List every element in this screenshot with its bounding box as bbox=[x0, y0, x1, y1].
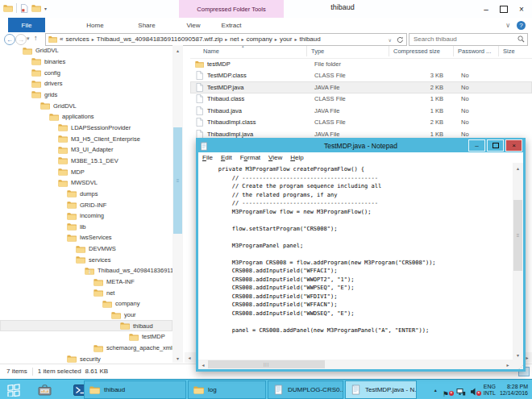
tab-view[interactable]: View bbox=[181, 18, 206, 32]
qat-dropdown-icon[interactable]: ▾ bbox=[44, 6, 47, 11]
notepad-close-button[interactable]: × bbox=[505, 139, 522, 152]
recent-locations-icon[interactable]: ▾ bbox=[27, 35, 30, 42]
tree-item-testmdp[interactable]: testMDP bbox=[0, 331, 172, 343]
show-hidden-icons-chevron[interactable]: ▴ bbox=[434, 387, 437, 393]
new-folder-icon[interactable] bbox=[31, 4, 41, 12]
table-row[interactable]: TestMDP.javaJAVA File2 KBNo bbox=[190, 81, 532, 94]
tree-item-thibaud-ws-4098418369116090587-wtf-zip[interactable]: Thibaud_ws_4098418369116090587.wtf.zip bbox=[0, 265, 172, 276]
tree-item-lwsservices[interactable]: lwsServices bbox=[0, 232, 172, 243]
volume-muted-icon[interactable]: × bbox=[470, 385, 480, 395]
tree-item-net[interactable]: net bbox=[0, 287, 172, 298]
scroll-down-icon[interactable]: ▾ bbox=[172, 353, 183, 363]
ribbon-collapse-icon[interactable]: ∨ bbox=[505, 22, 510, 29]
notepad-text-area[interactable]: private M3ProgramFlow createProgramFlow(… bbox=[198, 163, 513, 360]
taskbar-button-dumplog-crs0-[interactable]: DUMPLOG-CRS0... bbox=[268, 380, 343, 399]
tree-item-security[interactable]: security bbox=[0, 353, 172, 364]
properties-icon[interactable] bbox=[20, 4, 28, 13]
network-icon[interactable] bbox=[456, 385, 466, 395]
taskbar-button-testmdp-java-n-[interactable]: TestMDP.java - N... bbox=[345, 380, 417, 399]
tab-extract[interactable]: Extract bbox=[211, 18, 251, 32]
resize-grip[interactable]: ⋰ bbox=[513, 360, 523, 369]
notepad-maximize-button[interactable] bbox=[487, 139, 504, 152]
breadcrumb-segment[interactable]: Thibaud_ws_4098418369116090587.wtf.zip bbox=[97, 35, 222, 43]
tree-scrollbar[interactable]: ▴ ≡ ▾ bbox=[172, 45, 183, 363]
breadcrumb[interactable]: « services▸ Thibaud_ws_40984183691160905… bbox=[45, 33, 407, 46]
tree-scrollbar-thumb[interactable]: ≡ bbox=[173, 127, 182, 234]
menu-view[interactable]: View bbox=[264, 154, 286, 161]
tree-item-griddvl[interactable]: GridDVL bbox=[0, 45, 172, 56]
column-header-size[interactable]: Size bbox=[503, 48, 515, 55]
scroll-left-icon[interactable]: ◂ bbox=[185, 352, 194, 362]
breadcrumb-collapsed[interactable]: « bbox=[60, 35, 65, 43]
table-row[interactable]: testMDPFile folder bbox=[190, 58, 532, 70]
menu-format[interactable]: Format bbox=[236, 154, 264, 161]
tree-item-m3-ui-adapter[interactable]: M3_UI_Adapter bbox=[0, 144, 172, 156]
tree-item-griddvl[interactable]: GridDVL bbox=[0, 100, 172, 111]
tree-item-applications[interactable]: applications bbox=[0, 111, 172, 123]
breadcrumb-segment[interactable]: services bbox=[65, 35, 89, 43]
taskbar-button-thibaud[interactable]: thibaud bbox=[84, 380, 186, 399]
tree-item-grid-inf[interactable]: GRID-INF bbox=[0, 199, 172, 210]
scroll-down-icon[interactable]: ▾ bbox=[513, 350, 523, 360]
taskbar-button-log[interactable]: log bbox=[188, 380, 266, 399]
tree-item-services[interactable]: services bbox=[0, 254, 172, 265]
tree-item-company[interactable]: company bbox=[0, 298, 172, 310]
tab-share[interactable]: Share bbox=[131, 18, 162, 32]
tree-item-binaries[interactable]: binaries bbox=[0, 56, 172, 68]
address-dropdown-icon[interactable]: ∨ bbox=[389, 37, 392, 43]
help-icon[interactable]: ? bbox=[517, 21, 526, 30]
table-row[interactable]: Thibaud.javaJAVA File1 KBNo bbox=[190, 105, 532, 117]
minimize-button[interactable]: – bbox=[477, 0, 495, 18]
table-row[interactable]: TestMDP.classCLASS File3 KBNo bbox=[190, 70, 532, 82]
notepad-minimize-button[interactable]: – bbox=[468, 139, 485, 152]
start-button[interactable] bbox=[0, 380, 27, 399]
notepad-horizontal-scrollbar[interactable]: ◂ ||| ▸ bbox=[198, 360, 513, 369]
notepad-titlebar[interactable]: TestMDP.java - Notepad – × bbox=[198, 139, 523, 152]
tree-item-m3be-15-1-dev[interactable]: M3BE_15.1_DEV bbox=[0, 156, 172, 167]
tree-item-incoming[interactable]: incoming bbox=[0, 210, 172, 222]
scroll-up-icon[interactable]: ▴ bbox=[513, 163, 523, 172]
tree-item-m3-h5-client-enterprise[interactable]: M3_H5_Client_Enterprise bbox=[0, 133, 172, 144]
table-row[interactable]: Thibaud.classCLASS File1 KBNo bbox=[190, 94, 532, 106]
tree-item-thibaud[interactable]: thibaud bbox=[0, 320, 172, 331]
close-button[interactable]: × bbox=[513, 0, 530, 18]
search-input[interactable] bbox=[412, 34, 517, 45]
search-icon[interactable] bbox=[517, 35, 525, 43]
tree-item-lib[interactable]: lib bbox=[0, 222, 172, 233]
language-indicator[interactable]: ENG INTL bbox=[484, 384, 496, 397]
action-center-flag-icon[interactable]: ⚑× bbox=[443, 385, 452, 395]
notepad-vscroll-thumb[interactable]: ≡ bbox=[513, 200, 522, 271]
tree-item-dumps[interactable]: dumps bbox=[0, 189, 172, 200]
server-manager-icon[interactable] bbox=[32, 380, 56, 399]
menu-edit[interactable]: Edit bbox=[217, 154, 236, 161]
tree-item-config[interactable]: config bbox=[0, 67, 172, 78]
column-header-password[interactable]: Password ... bbox=[458, 48, 491, 55]
menu-help[interactable]: Help bbox=[286, 154, 307, 161]
tab-home[interactable]: Home bbox=[81, 18, 110, 32]
tree-item-meta-inf[interactable]: META-INF bbox=[0, 276, 172, 288]
column-header-type[interactable]: Type bbox=[311, 48, 324, 55]
column-header-compressed-size[interactable]: Compressed size bbox=[393, 48, 440, 55]
tree-item-drivers[interactable]: drivers bbox=[0, 78, 172, 89]
breadcrumb-segment[interactable]: company bbox=[246, 35, 272, 43]
scroll-right-icon[interactable]: ▸ bbox=[503, 360, 513, 369]
tree-item-grids[interactable]: grids bbox=[0, 89, 172, 101]
up-button[interactable]: ↑ bbox=[34, 34, 38, 42]
refresh-icon[interactable] bbox=[397, 36, 404, 44]
back-button[interactable]: ← bbox=[4, 34, 15, 45]
tree-item-mwsdvl[interactable]: MWSDVL bbox=[0, 177, 172, 189]
tab-file[interactable]: File bbox=[8, 18, 45, 32]
forward-button[interactable]: → bbox=[15, 34, 27, 45]
breadcrumb-segment[interactable]: your bbox=[280, 35, 293, 43]
scroll-up-icon[interactable]: ▴ bbox=[172, 45, 183, 55]
breadcrumb-segment[interactable]: thibaud bbox=[299, 35, 320, 43]
tree-item-mdp[interactable]: MDP bbox=[0, 166, 172, 177]
tree-item-schemaorg-apache-xmlbeans[interactable]: schemaorg_apache_xmlbeans bbox=[0, 343, 172, 354]
clock[interactable]: 8:28 PM 12/14/2016 bbox=[500, 384, 528, 397]
table-row[interactable]: ThibaudImpl.classCLASS File2 KBNo bbox=[190, 117, 532, 129]
tree-item-ldapsessionprovider[interactable]: LDAPSessionProvider bbox=[0, 123, 172, 134]
menu-file[interactable]: File bbox=[198, 154, 217, 161]
scroll-left-icon[interactable]: ◂ bbox=[198, 360, 208, 369]
notepad-hscroll-thumb[interactable]: ||| bbox=[208, 360, 325, 368]
tree-item-devmws[interactable]: DEVMWS bbox=[0, 243, 172, 255]
